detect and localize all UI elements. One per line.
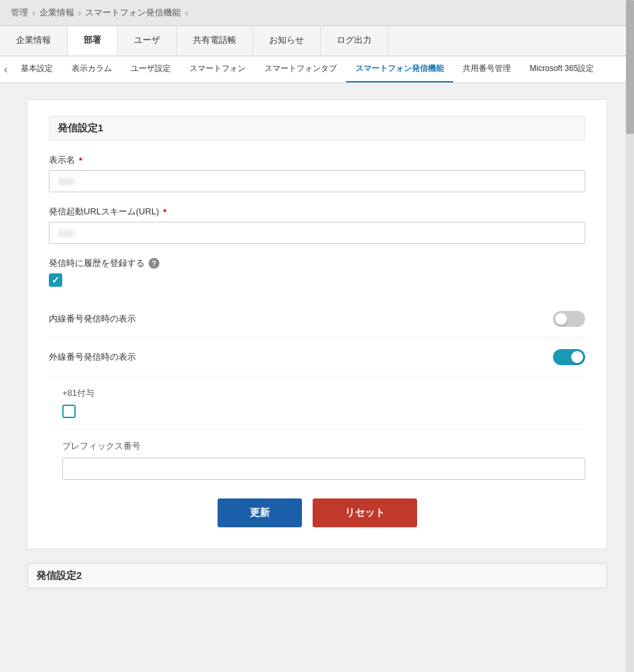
breadcrumb: 管理 › 企業情報 › スマートフォン発信機能 ›: [0, 0, 634, 26]
plus81-checkbox[interactable]: [62, 405, 76, 418]
external-toggle-row: 外線番号発信時の表示: [49, 338, 585, 377]
required-star-url: *: [163, 207, 167, 217]
external-toggle-label: 外線番号発信時の表示: [49, 351, 136, 363]
card-2-title: 発信設定2: [27, 563, 607, 588]
display-name-input[interactable]: [49, 170, 585, 192]
sub-tabs-wrapper: ‹ 基本設定 表示カラム ユーザ設定 スマートフォン スマートフォンタブ スマー…: [0, 56, 634, 83]
main-tab-company-info[interactable]: 企業情報: [0, 26, 68, 56]
sub-tab-smartphone[interactable]: スマートフォン: [180, 56, 255, 82]
sub-tab-shared-number[interactable]: 共用番号管理: [453, 56, 520, 82]
display-name-label: 表示名 *: [49, 154, 585, 166]
breadcrumb-sep-1: ›: [32, 7, 35, 18]
card-1-title: 発信設定1: [49, 116, 585, 141]
scrollbar-track[interactable]: [626, 0, 634, 672]
external-toggle-switch[interactable]: [553, 349, 585, 365]
prefix-input[interactable]: [62, 458, 585, 480]
external-toggle-thumb: [571, 351, 583, 363]
main-tab-log-output[interactable]: ログ出力: [321, 26, 388, 56]
card-1: 発信設定1 表示名 * 発信起動URLスキーム(URL) * 発信時に履歴を登録…: [27, 99, 607, 549]
sub-tab-smartphone-tab[interactable]: スマートフォンタブ: [255, 56, 346, 82]
extension-toggle-row: 内線番号発信時の表示: [49, 300, 585, 338]
prefix-section: プレフィックス番号: [62, 429, 585, 480]
extension-toggle-label: 内線番号発信時の表示: [49, 313, 136, 325]
breadcrumb-item-3: スマートフォン発信機能: [85, 7, 181, 19]
display-name-group: 表示名 *: [49, 154, 585, 192]
url-scheme-input[interactable]: [49, 222, 585, 244]
sub-tab-ms365[interactable]: Microsoft 365設定: [520, 56, 603, 82]
prefix-label: プレフィックス番号: [62, 440, 585, 452]
sub-tab-basic-settings[interactable]: 基本設定: [11, 56, 62, 82]
reset-button[interactable]: リセット: [313, 498, 417, 527]
main-tab-shared-phonebook[interactable]: 共有電話帳: [177, 26, 253, 56]
extension-toggle-thumb: [555, 313, 567, 325]
sub-tab-smartphone-call[interactable]: スマートフォン発信機能: [346, 56, 453, 82]
history-group: 発信時に履歴を登録する ?: [49, 257, 585, 287]
plus81-section: +81付与: [62, 377, 585, 429]
breadcrumb-item-1: 管理: [11, 7, 28, 19]
breadcrumb-sep-2: ›: [78, 7, 82, 18]
extension-toggle-track: [553, 311, 585, 327]
update-button[interactable]: 更新: [218, 498, 302, 527]
sub-tab-display-column[interactable]: 表示カラム: [62, 56, 121, 82]
plus81-checkbox-wrapper: [62, 405, 585, 418]
external-toggle-track: [553, 349, 585, 365]
action-buttons: 更新 リセット: [49, 498, 585, 527]
main-tab-department[interactable]: 部署: [68, 26, 118, 56]
history-checkbox-wrapper: [49, 273, 585, 287]
plus81-label: +81付与: [62, 387, 585, 399]
url-scheme-group: 発信起動URLスキーム(URL) *: [49, 206, 585, 244]
url-scheme-label: 発信起動URLスキーム(URL) *: [49, 206, 585, 218]
sub-tab-user-settings[interactable]: ユーザ設定: [121, 56, 180, 82]
content-area: 発信設定1 表示名 * 発信起動URLスキーム(URL) * 発信時に履歴を登録…: [0, 83, 634, 653]
scrollbar-thumb[interactable]: [626, 0, 634, 134]
breadcrumb-sep-3: ›: [185, 7, 188, 18]
history-help-icon[interactable]: ?: [149, 258, 159, 269]
sub-tabs: 基本設定 表示カラム ユーザ設定 スマートフォン スマートフォンタブ スマートフ…: [11, 56, 622, 82]
extension-toggle-switch[interactable]: [553, 311, 585, 327]
sub-tabs-left-btn[interactable]: ‹: [0, 58, 11, 81]
main-tab-notice[interactable]: お知らせ: [253, 26, 321, 56]
history-label: 発信時に履歴を登録する ?: [49, 257, 585, 269]
history-checkbox[interactable]: [49, 273, 62, 287]
breadcrumb-item-2: 企業情報: [39, 7, 74, 19]
main-tabs: 企業情報 部署 ユーザ 共有電話帳 お知らせ ログ出力: [0, 26, 634, 56]
card-2: 発信設定2: [27, 563, 607, 589]
required-star-display-name: *: [79, 155, 82, 165]
main-tab-user[interactable]: ユーザ: [118, 26, 177, 56]
